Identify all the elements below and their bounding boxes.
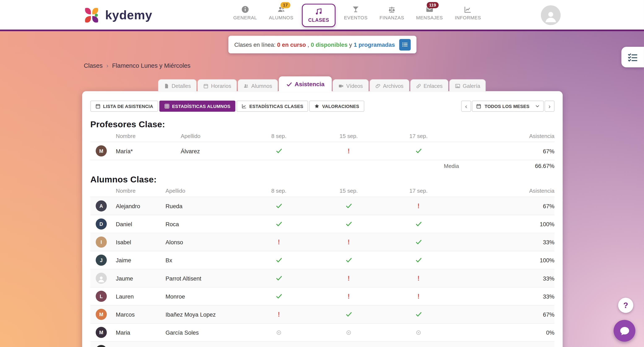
- chat-button[interactable]: [614, 320, 636, 342]
- avatar: [96, 345, 107, 347]
- video-icon: [338, 83, 344, 88]
- table-row[interactable]: LLaurenMonroe!!33%: [90, 288, 554, 306]
- table-row[interactable]: JaumeParrot Altisent!!33%: [90, 270, 554, 288]
- avatar-cell: L: [90, 291, 116, 302]
- nav-label: EVENTOS: [344, 15, 368, 20]
- table-row[interactable]: IIsabelAlonso!!33%: [90, 233, 554, 251]
- avatar: [96, 272, 107, 284]
- column-header: 15 sep.: [314, 188, 384, 194]
- breadcrumb: Clases › Flamenco Lunes y Miércoles: [84, 62, 190, 69]
- subtab-label: LISTA DE ASISTENCIA: [103, 104, 153, 109]
- attendance-percent: 67%: [454, 311, 554, 318]
- table-row[interactable]: AAlejandroRueda!67%: [90, 197, 554, 215]
- table-row[interactable]: MMaría*Álvarez!67%: [90, 142, 554, 160]
- nav-informes[interactable]: INFORMES: [452, 5, 484, 20]
- online-classes-banner: Clases en línea: 0 en curso , 0 disponib…: [228, 36, 416, 53]
- nav-label: GENERAL: [233, 15, 257, 20]
- tasks-panel-button[interactable]: [621, 47, 644, 67]
- alert-icon: !: [278, 311, 280, 318]
- avatar: M: [96, 327, 107, 338]
- check-icon: [345, 311, 352, 318]
- nav-mensajes[interactable]: 119 MENSAJES: [413, 5, 446, 20]
- check-icon: [275, 220, 282, 228]
- avatar: M: [96, 145, 107, 156]
- subtab-estadisticas-clases[interactable]: ESTADÍSTICAS CLASES: [236, 101, 308, 112]
- chart-icon: [242, 104, 247, 109]
- person-name: Isabel: [116, 239, 166, 245]
- tab-enlaces[interactable]: Enlaces: [410, 79, 448, 92]
- nav-clases[interactable]: CLASES: [302, 4, 335, 27]
- avatar-cell: M: [90, 327, 116, 338]
- attendance-mark-cell: [244, 293, 314, 300]
- tab-label: Vídeos: [346, 83, 363, 89]
- chart-icon: [464, 5, 472, 14]
- subtab-label: ESTADÍSTICAS ALUMNOS: [172, 104, 230, 109]
- attendance-mark-cell: !: [314, 274, 384, 282]
- nav-general[interactable]: GENERAL: [230, 5, 260, 20]
- status-programadas[interactable]: 1 programadas: [354, 41, 395, 48]
- status-en-curso: 0 en curso: [277, 41, 306, 48]
- tab-archivos[interactable]: Archivos: [370, 79, 409, 92]
- subtab-valoraciones[interactable]: VALORACIONES: [310, 101, 364, 112]
- avatar-cell: [90, 272, 116, 284]
- nav-alumnos[interactable]: 17 ALUMNOS: [266, 5, 297, 20]
- profesores-table: NombreApellido8 sep.15 sep.17 sep.Asiste…: [90, 130, 554, 160]
- attendance-percent: 33%: [454, 275, 554, 281]
- column-header: 8 sep.: [244, 133, 314, 139]
- nav-eventos[interactable]: EVENTOS: [341, 5, 371, 20]
- tab-galeria[interactable]: Galería: [449, 79, 486, 92]
- attendance-mark-cell: [384, 148, 454, 154]
- alert-icon: !: [417, 202, 420, 210]
- next-month-button[interactable]: ›: [544, 101, 554, 112]
- user-avatar[interactable]: [541, 5, 560, 25]
- breadcrumb-clases-link[interactable]: Clases: [84, 62, 103, 69]
- mensajes-badge: 119: [426, 2, 438, 8]
- table-row[interactable]: MMariaGarcía Soles0%: [90, 324, 554, 342]
- month-filter-dropdown[interactable]: TODOS LOS MESES: [472, 101, 544, 112]
- tab-alumnos[interactable]: Alumnos: [238, 79, 278, 92]
- help-button[interactable]: ?: [618, 298, 633, 313]
- list-icon: [402, 41, 408, 48]
- table-row[interactable]: [90, 342, 554, 347]
- calendar-icon: [95, 104, 100, 109]
- checklist-icon: [627, 52, 638, 63]
- attendance-mark-cell: !: [384, 202, 454, 210]
- tab-horarios[interactable]: Horarios: [198, 79, 237, 92]
- attendance-mark-cell: !: [384, 292, 454, 300]
- avatar-cell: A: [90, 200, 116, 212]
- online-classes-list-button[interactable]: [399, 39, 410, 50]
- attendance-mark-cell: [314, 330, 384, 335]
- tab-asistencia[interactable]: Asistencia: [279, 76, 332, 92]
- tab-detalles[interactable]: Detalles: [158, 79, 197, 92]
- scales-icon: [388, 5, 396, 14]
- section-title-profesores: Profesores Clase:: [90, 119, 554, 130]
- page-title: Flamenco Lunes y Miércoles: [112, 62, 190, 69]
- attendance-mark-cell: [244, 148, 314, 154]
- column-header: 15 sep.: [314, 133, 384, 139]
- brand-logo[interactable]: kydemy: [82, 6, 152, 24]
- check-icon: [286, 81, 292, 87]
- page: Clases en línea: 0 en curso , 0 disponib…: [0, 0, 644, 347]
- table-row[interactable]: JJaimeBx100%: [90, 252, 554, 270]
- check-icon: [415, 148, 422, 154]
- person-name: Jaume: [116, 275, 166, 281]
- avatar-cell: D: [90, 218, 116, 230]
- subtab-lista-asistencia[interactable]: LISTA DE ASISTENCIA: [90, 101, 158, 112]
- status-comma: ,: [308, 41, 309, 48]
- alumnos-table: NombreApellido8 sep.15 sep.17 sep.Asiste…: [90, 185, 554, 347]
- avatar-cell: M: [90, 309, 116, 320]
- prev-month-button[interactable]: ‹: [461, 101, 471, 112]
- subtab-estadisticas-alumnos[interactable]: ESTADÍSTICAS ALUMNOS: [159, 101, 236, 112]
- check-icon: [415, 311, 422, 318]
- table-row[interactable]: MMarcosIbañez Moya Lopez!67%: [90, 306, 554, 324]
- table-row[interactable]: DDanielRoca100%: [90, 215, 554, 233]
- attendance-mark-cell: [384, 311, 454, 318]
- person-surname: Roca: [166, 221, 244, 227]
- attendance-card: LISTA DE ASISTENCIA ESTADÍSTICAS ALUMNOS…: [82, 91, 563, 347]
- column-header: Apellido: [181, 133, 244, 139]
- column-header: Nombre: [116, 133, 180, 139]
- person-name: Jaime: [116, 257, 166, 263]
- nav-label: ALUMNOS: [269, 15, 294, 20]
- nav-finanzas[interactable]: FINANZAS: [376, 5, 408, 20]
- tab-videos[interactable]: Vídeos: [332, 79, 368, 92]
